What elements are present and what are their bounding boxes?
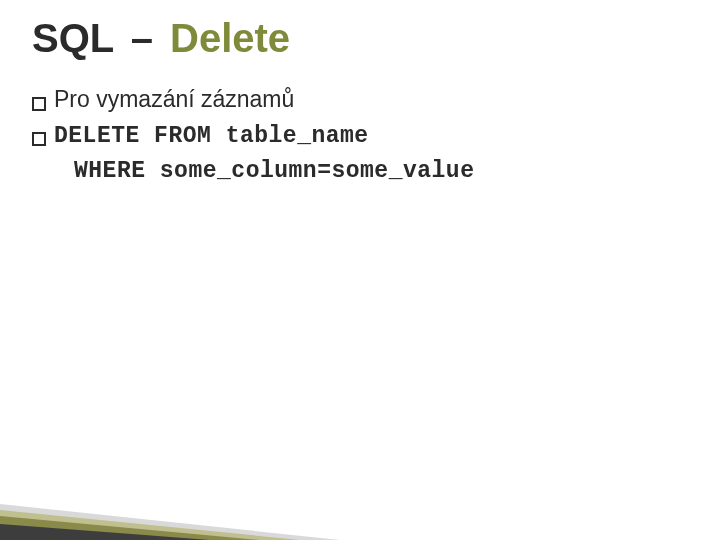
sql-line-2: WHERE some_column=some_value	[74, 158, 672, 184]
slide: SQL – Delete Pro vymazání záznamů DELETE…	[0, 0, 720, 540]
sql-line-1: DELETE FROM table_name	[54, 121, 369, 152]
title-part-sql: SQL	[32, 16, 114, 60]
bullet-sql: DELETE FROM table_name	[32, 121, 672, 152]
square-bullet-icon	[32, 97, 46, 111]
slide-title: SQL – Delete	[32, 16, 290, 61]
decorative-wedge-icon	[0, 470, 340, 540]
svg-marker-2	[0, 516, 260, 540]
title-dash: –	[125, 16, 159, 60]
svg-marker-0	[0, 504, 340, 540]
intro-text: Pro vymazání záznamů	[54, 84, 294, 115]
svg-marker-1	[0, 510, 300, 540]
bullet-intro: Pro vymazání záznamů	[32, 84, 672, 115]
square-bullet-icon	[32, 132, 46, 146]
svg-marker-3	[0, 524, 210, 540]
title-part-delete: Delete	[170, 16, 290, 60]
slide-body: Pro vymazání záznamů DELETE FROM table_n…	[32, 84, 672, 184]
